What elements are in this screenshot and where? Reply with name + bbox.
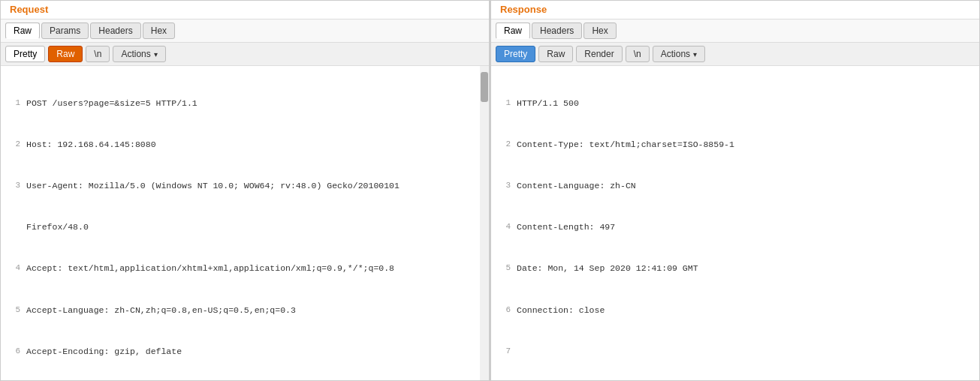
subtab-raw-request[interactable]: Raw xyxy=(48,46,83,62)
response-code: 1HTTP/1.1 500 2Content-Type: text/html;c… xyxy=(491,66,979,380)
tab-headers-response[interactable]: Headers xyxy=(532,22,582,39)
request-scrollbar[interactable] xyxy=(480,66,489,380)
line-item: 5Date: Mon, 14 Sep 2020 12:41:09 GMT xyxy=(496,262,975,275)
request-title: Request xyxy=(7,1,48,18)
request-panel: Request Raw Params Headers Hex Pretty Ra… xyxy=(0,0,490,381)
response-header: Response xyxy=(491,1,979,20)
actions-label-request: Actions xyxy=(121,49,150,59)
actions-button-request[interactable]: Actions ▾ xyxy=(113,46,165,62)
subtab-pretty-request[interactable]: Pretty xyxy=(5,46,45,62)
subtab-pretty-response[interactable]: Pretty xyxy=(496,46,535,62)
line-item: 3Content-Language: zh-CN xyxy=(496,179,975,193)
line-item: 6Accept-Encoding: gzip, deflate xyxy=(5,345,484,358)
line-item: 3User-Agent: Mozilla/5.0 (Windows NT 10.… xyxy=(5,179,484,193)
subtab-newline-request[interactable]: \n xyxy=(86,46,110,62)
line-item: 1HTTP/1.1 500 xyxy=(496,97,975,110)
line-item: 4Accept: text/html,application/xhtml+xml… xyxy=(5,262,484,275)
response-content-area: 1HTTP/1.1 500 2Content-Type: text/html;c… xyxy=(491,66,979,380)
tab-headers-request[interactable]: Headers xyxy=(90,22,140,39)
request-scrollbar-thumb[interactable] xyxy=(481,72,488,102)
response-tab-bar: Raw Headers Hex xyxy=(491,20,979,43)
subtab-newline-response[interactable]: \n xyxy=(626,46,650,62)
response-title: Response xyxy=(497,1,547,18)
request-sub-tab-bar: Pretty Raw \n Actions ▾ xyxy=(1,43,489,66)
chevron-down-icon-response: ▾ xyxy=(693,50,697,58)
tab-params-request[interactable]: Params xyxy=(41,22,89,39)
request-tab-bar: Raw Params Headers Hex xyxy=(1,20,489,43)
line-item: 1POST /users?page=&size=5 HTTP/1.1 xyxy=(5,97,484,110)
tab-raw-response[interactable]: Raw xyxy=(496,22,530,39)
line-item: 4Content-Length: 497 xyxy=(496,220,975,234)
line-item: 5Accept-Language: zh-CN,zh;q=0.8,en-US;q… xyxy=(5,304,484,317)
chevron-down-icon-request: ▾ xyxy=(154,50,158,58)
tab-hex-response[interactable]: Hex xyxy=(583,22,616,39)
tab-hex-request[interactable]: Hex xyxy=(143,22,175,39)
line-item: 7 xyxy=(496,345,975,358)
tab-raw-request[interactable]: Raw xyxy=(5,22,40,39)
actions-button-response[interactable]: Actions ▾ xyxy=(653,46,705,62)
response-panel: Response Raw Headers Hex Pretty Raw Rend… xyxy=(490,0,980,381)
actions-label-response: Actions xyxy=(661,49,690,59)
line-item: 2Host: 192.168.64.145:8080 xyxy=(5,138,484,152)
subtab-render-response[interactable]: Render xyxy=(576,46,622,62)
subtab-raw-response[interactable]: Raw xyxy=(538,46,573,62)
response-sub-tab-bar: Pretty Raw Render \n Actions ▾ xyxy=(491,43,979,66)
request-header: Request xyxy=(1,1,489,20)
line-item: Firefox/48.0 xyxy=(5,220,484,234)
line-item: 2Content-Type: text/html;charset=ISO-885… xyxy=(496,138,975,152)
line-item: 6Connection: close xyxy=(496,304,975,317)
request-content-area: 1POST /users?page=&size=5 HTTP/1.1 2Host… xyxy=(1,66,489,380)
request-code: 1POST /users?page=&size=5 HTTP/1.1 2Host… xyxy=(1,66,489,380)
